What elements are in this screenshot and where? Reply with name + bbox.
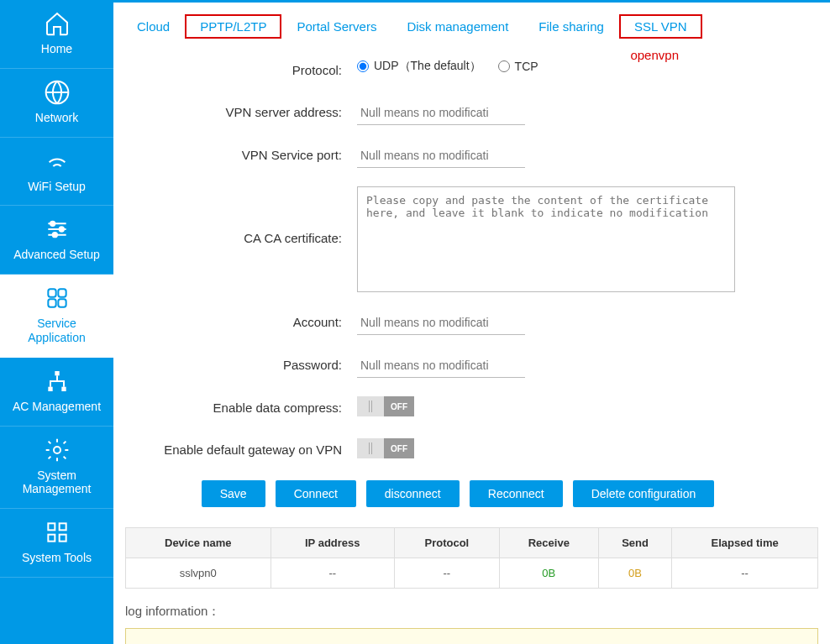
main-content: Cloud PPTP/L2TP Portal Servers Disk mana… xyxy=(113,0,830,644)
log-box xyxy=(125,628,818,644)
svg-rect-6 xyxy=(48,300,55,307)
status-table-wrap: Device name IP address Protocol Receive … xyxy=(113,527,830,589)
sidebar-label: Network xyxy=(0,111,113,125)
svg-point-11 xyxy=(54,447,60,453)
svg-point-3 xyxy=(52,233,56,237)
sidebar-item-system-tools[interactable]: System Tools xyxy=(0,509,113,578)
cell-ip: -- xyxy=(271,558,395,589)
svg-rect-7 xyxy=(58,300,66,307)
svg-rect-9 xyxy=(48,386,52,390)
th-device: Device name xyxy=(126,528,271,558)
reconnect-button[interactable]: Reconnect xyxy=(470,480,563,507)
svg-rect-10 xyxy=(61,386,66,390)
sidebar-item-ac-management[interactable]: AC Management xyxy=(0,358,113,427)
cell-send: 0B xyxy=(598,558,671,589)
service-port-label: VPN Service port: xyxy=(130,144,357,167)
th-protocol: Protocol xyxy=(395,528,500,558)
tab-file-sharing[interactable]: File sharing xyxy=(523,14,619,39)
tab-ssl-vpn[interactable]: SSL VPN xyxy=(619,14,702,39)
tab-disk-management[interactable]: Disk management xyxy=(391,14,523,39)
compress-label: Enable data compress: xyxy=(130,396,357,420)
svg-rect-4 xyxy=(48,290,55,297)
cell-receive: 0B xyxy=(499,558,598,589)
sidebar-item-wifi[interactable]: WiFi Setup xyxy=(0,138,113,207)
th-elapsed: Elapsed time xyxy=(672,528,818,558)
account-label: Account: xyxy=(130,311,357,334)
gear-icon xyxy=(44,437,71,463)
sidebar-item-home[interactable]: Home xyxy=(0,0,113,69)
sidebar-label: AC Management xyxy=(0,400,113,414)
sidebar-label: System Management xyxy=(0,469,113,497)
home-icon xyxy=(44,10,71,37)
sidebar-item-advanced[interactable]: Advanced Setup xyxy=(0,206,113,275)
sidebar-label: Home xyxy=(0,42,113,56)
compress-toggle[interactable]: OFF xyxy=(357,396,414,416)
network-tree-icon xyxy=(44,368,71,395)
th-ip: IP address xyxy=(271,528,395,558)
sidebar: Home Network WiFi Setup Advanced Setup S… xyxy=(0,0,113,644)
sidebar-label: Advanced Setup xyxy=(0,248,113,262)
server-address-label: VPN server address: xyxy=(130,101,357,124)
protocol-udp-radio[interactable]: UDP（The default） xyxy=(357,59,481,74)
cell-elapsed: -- xyxy=(672,558,818,589)
sidebar-item-system-mgmt[interactable]: System Management xyxy=(0,427,113,510)
annotation-openvpn: openvpn xyxy=(630,48,679,62)
disconnect-button[interactable]: disconnect xyxy=(366,480,460,507)
svg-rect-15 xyxy=(59,535,66,542)
action-buttons: Save Connect disconnect Reconnect Delete… xyxy=(130,480,785,507)
status-table: Device name IP address Protocol Receive … xyxy=(125,527,818,589)
sidebar-label: System Tools xyxy=(0,551,113,565)
cell-device: sslvpn0 xyxy=(126,558,271,589)
svg-rect-12 xyxy=(48,524,55,531)
tab-portal-servers[interactable]: Portal Servers xyxy=(281,14,391,39)
globe-icon xyxy=(44,79,71,106)
svg-point-2 xyxy=(59,228,63,232)
service-port-input[interactable] xyxy=(357,144,525,168)
svg-rect-8 xyxy=(55,371,59,375)
protocol-label: Protocol: xyxy=(130,59,357,82)
log-title: log information： xyxy=(125,604,818,620)
svg-rect-14 xyxy=(48,535,55,542)
save-button[interactable]: Save xyxy=(202,480,265,507)
sidebar-label: WiFi Setup xyxy=(0,180,113,194)
sidebar-item-service[interactable]: Service Application xyxy=(0,275,113,358)
tabs: Cloud PPTP/L2TP Portal Servers Disk mana… xyxy=(113,3,830,50)
ca-cert-label: CA CA certificate: xyxy=(130,186,357,250)
sidebar-label: Service Application xyxy=(0,317,113,345)
password-label: Password: xyxy=(130,353,357,377)
gateway-label: Enable default gateway on VPN xyxy=(130,438,357,462)
table-row: sslvpn0 -- -- 0B 0B -- xyxy=(126,558,818,589)
protocol-tcp-radio[interactable]: TCP xyxy=(498,60,538,73)
ca-cert-textarea[interactable] xyxy=(357,186,735,292)
connect-button[interactable]: Connect xyxy=(276,480,356,507)
account-input[interactable] xyxy=(357,311,525,335)
vpn-form: Protocol: UDP（The default） TCP VPN serve… xyxy=(113,50,802,527)
sidebar-item-network[interactable]: Network xyxy=(0,69,113,138)
tab-pptp-l2tp[interactable]: PPTP/L2TP xyxy=(185,14,281,39)
log-section: log information： xyxy=(113,589,830,644)
delete-config-button[interactable]: Delete configuration xyxy=(573,480,715,507)
tab-cloud[interactable]: Cloud xyxy=(122,14,185,39)
apps-icon xyxy=(44,285,71,312)
th-send: Send xyxy=(598,528,671,558)
grid-icon xyxy=(44,519,71,546)
wifi-icon xyxy=(44,148,71,175)
server-address-input[interactable] xyxy=(357,101,525,125)
svg-rect-5 xyxy=(58,290,66,297)
gateway-toggle[interactable]: OFF xyxy=(357,438,414,458)
password-input[interactable] xyxy=(357,353,525,378)
th-receive: Receive xyxy=(499,528,598,558)
svg-rect-13 xyxy=(59,524,66,531)
sliders-icon xyxy=(44,216,71,243)
svg-point-1 xyxy=(50,222,55,226)
cell-protocol: -- xyxy=(395,558,500,589)
